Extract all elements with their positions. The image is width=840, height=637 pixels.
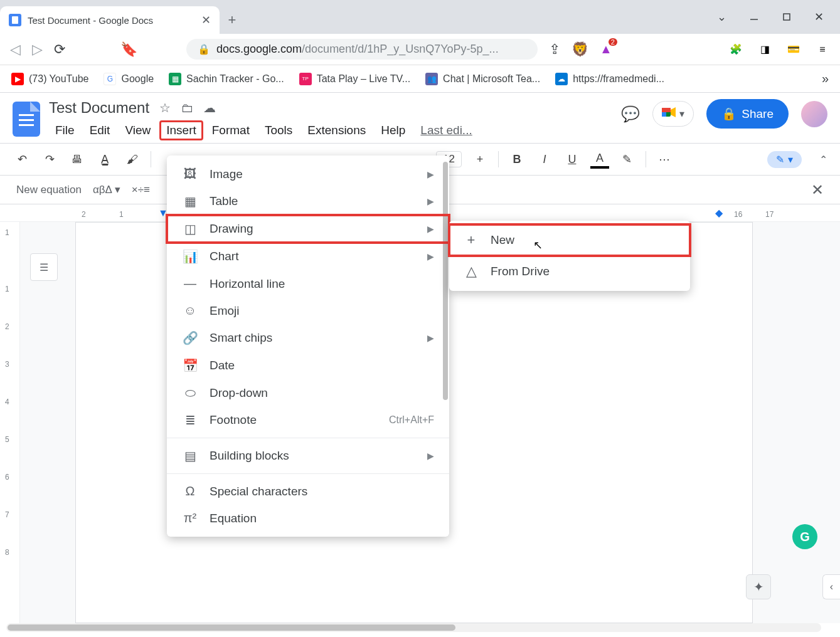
submenu-arrow-icon: ▶ — [427, 251, 434, 261]
tab-search-chevron-icon[interactable]: ⌄ — [717, 10, 726, 24]
docs-logo-icon[interactable] — [13, 102, 40, 137]
insert-chart[interactable]: 📊Chart▶ — [167, 243, 449, 270]
explore-button[interactable]: ✦ — [746, 574, 771, 599]
hline-icon: — — [182, 276, 198, 291]
insert-special-chars[interactable]: ΩSpecial characters — [167, 478, 449, 505]
brave-rewards-icon[interactable]: ▲2 — [600, 42, 612, 56]
url-field[interactable]: 🔒 docs.google.com/document/d/1hP_y_UsnQ7… — [186, 39, 538, 60]
bookmark-sheets[interactable]: ▦Sachin Tracker - Go... — [169, 73, 284, 85]
wallet-icon[interactable]: 💳 — [786, 42, 801, 57]
greek-letters-button[interactable]: αβΔ ▾ — [93, 183, 120, 196]
drawing-submenu: +New △From Drive — [449, 221, 690, 291]
window-close-icon[interactable]: ✕ — [814, 10, 824, 24]
insert-image[interactable]: 🖼Image▶ — [167, 161, 449, 187]
undo-icon[interactable]: ↶ — [13, 150, 31, 169]
browser-menu-icon[interactable]: ≡ — [815, 42, 830, 57]
underline-icon[interactable]: U — [563, 150, 582, 169]
nav-back-icon[interactable]: ◁ — [10, 41, 21, 58]
redo-icon[interactable]: ↷ — [40, 150, 59, 169]
menu-tools[interactable]: Tools — [258, 121, 299, 140]
bookmark-page-icon[interactable]: 🔖 — [120, 41, 137, 58]
bookmark-onedrive[interactable]: ☁https://framedmedi... — [555, 73, 664, 85]
more-tools-icon[interactable]: ⋯ — [655, 150, 674, 169]
url-host: docs.google.com — [216, 43, 302, 55]
bold-icon[interactable]: B — [508, 150, 526, 169]
text-color-icon[interactable]: A — [590, 150, 609, 169]
insert-drawing[interactable]: ◫Drawing▶ — [167, 215, 449, 243]
print-icon[interactable]: 🖶 — [68, 150, 87, 169]
separator — [646, 151, 646, 167]
spellcheck-icon[interactable]: A̲ — [95, 150, 114, 169]
move-folder-icon[interactable]: 🗀 — [181, 101, 193, 115]
menu-label: Equation — [210, 512, 257, 525]
meet-button[interactable]: ▾ — [652, 101, 694, 127]
insert-emoji[interactable]: ☺Emoji — [167, 297, 449, 324]
chevron-down-icon: ▾ — [788, 154, 793, 166]
font-size-inc-icon[interactable]: + — [471, 150, 489, 169]
sidepanel-icon[interactable]: ◨ — [757, 42, 772, 57]
submenu-arrow-icon: ▶ — [427, 196, 434, 206]
insert-building-blocks[interactable]: ▤Building blocks▶ — [167, 442, 449, 470]
insert-horizontal-line[interactable]: —Horizontal line — [167, 270, 449, 297]
math-ops-button[interactable]: ×÷≡ — [132, 184, 150, 196]
new-equation-button[interactable]: New equation — [16, 184, 82, 196]
extensions-icon[interactable]: 🧩 — [728, 42, 743, 57]
brave-shield-icon[interactable]: 🦁 — [572, 41, 588, 58]
bookmarks-overflow-icon[interactable]: » — [822, 71, 829, 86]
comments-icon[interactable]: 💬 — [621, 105, 640, 123]
tab-close-icon[interactable]: ✕ — [201, 13, 211, 27]
horizontal-scrollbar[interactable] — [6, 623, 821, 632]
side-panel-toggle[interactable]: ‹ — [822, 574, 840, 599]
menu-label: Drawing — [210, 222, 253, 236]
insert-date[interactable]: 📅Date — [167, 352, 449, 379]
ruler-tick: 16 — [734, 210, 742, 219]
menu-view[interactable]: View — [119, 121, 157, 140]
share-url-icon[interactable]: ⇪ — [549, 41, 560, 58]
share-button[interactable]: 🔒 Share — [706, 99, 789, 129]
menu-file[interactable]: File — [49, 121, 81, 140]
account-avatar[interactable] — [801, 101, 827, 127]
ruler-tick: 1 — [119, 210, 124, 219]
vertical-ruler[interactable]: 112345678 — [0, 222, 20, 623]
highlight-icon[interactable]: ✎ — [618, 150, 637, 169]
menu-label: Footnote — [210, 413, 257, 427]
insert-footnote[interactable]: ≣FootnoteCtrl+Alt+F — [167, 406, 449, 434]
paint-format-icon[interactable]: 🖌 — [123, 150, 142, 169]
menu-format[interactable]: Format — [206, 121, 256, 140]
collapse-toolbar-icon[interactable]: ⌃ — [819, 154, 827, 166]
insert-equation[interactable]: π²Equation — [167, 505, 449, 532]
document-outline-button[interactable]: ☰ — [30, 253, 58, 281]
ruler-tick: 17 — [765, 210, 774, 219]
address-bar: ◁ ▷ ⟳ 🔖 🔒 docs.google.com/document/d/1hP… — [0, 34, 840, 65]
bookmark-teams[interactable]: 👥Chat | Microsoft Tea... — [425, 73, 540, 85]
menu-insert[interactable]: Insert — [159, 120, 203, 140]
menu-help[interactable]: Help — [375, 121, 412, 140]
last-edit-link[interactable]: Last edi... — [420, 124, 472, 137]
reload-icon[interactable]: ⟳ — [54, 41, 65, 58]
window-minimize-icon[interactable] — [749, 12, 759, 22]
insert-dropdown[interactable]: ⬭Drop-down — [167, 379, 449, 406]
bookmark-tataplay[interactable]: TPTata Play – Live TV... — [299, 73, 410, 85]
star-icon[interactable]: ☆ — [159, 100, 171, 115]
bookmark-youtube[interactable]: ▶(73) YouTube — [11, 73, 88, 85]
nav-forward-icon[interactable]: ▷ — [32, 41, 43, 58]
insert-table[interactable]: ▦Table▶ — [167, 187, 449, 215]
editing-mode-button[interactable]: ✎ ▾ — [767, 151, 802, 168]
right-indent-marker-icon[interactable]: ◆ — [715, 207, 723, 219]
document-title[interactable]: Test Document — [49, 99, 149, 117]
italic-icon[interactable]: I — [535, 150, 554, 169]
bookmark-google[interactable]: GGoogle — [104, 73, 154, 85]
plus-icon: + — [463, 232, 479, 248]
menu-extensions[interactable]: Extensions — [301, 121, 372, 140]
window-maximize-icon[interactable] — [782, 12, 792, 22]
drawing-from-drive[interactable]: △From Drive — [449, 256, 690, 287]
insert-smart-chips[interactable]: 🔗Smart chips▶ — [167, 324, 449, 352]
grammarly-icon[interactable]: G — [792, 524, 817, 549]
ops-label: ×÷≡ — [132, 184, 150, 196]
new-tab-button[interactable]: + — [220, 6, 245, 34]
drawing-new[interactable]: +New — [449, 224, 690, 256]
menu-edit[interactable]: Edit — [83, 121, 117, 140]
close-equation-bar-icon[interactable]: ✕ — [811, 181, 824, 199]
browser-tab-active[interactable]: Test Document - Google Docs ✕ — [0, 6, 220, 34]
cloud-status-icon[interactable]: ☁ — [203, 100, 216, 115]
